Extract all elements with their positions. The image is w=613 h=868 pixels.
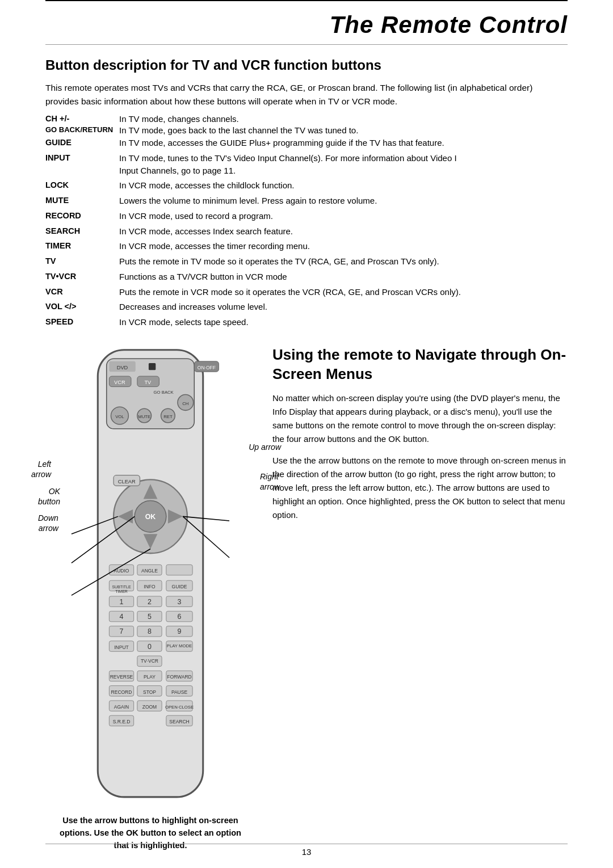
btn-desc-lock: In VCR mode, accesses the childlock func…	[119, 179, 568, 192]
svg-text:6: 6	[178, 613, 182, 621]
svg-text:1: 1	[120, 598, 124, 606]
svg-text:DVD: DVD	[117, 365, 128, 370]
svg-text:ON·OFF: ON·OFF	[198, 365, 216, 370]
svg-text:INFO: INFO	[144, 584, 156, 589]
nav-section-title: Using the remote to Navigate through On-…	[272, 345, 568, 384]
svg-text:OPEN·CLOSE: OPEN·CLOSE	[165, 705, 194, 710]
btn-desc-vol: Decreases and increases volume level.	[119, 301, 568, 313]
bottom-section: DVD ON·OFF VCR TV GO BACK VOL	[45, 345, 568, 852]
btn-name-input: INPUT	[45, 152, 119, 177]
remote-wrapper: DVD ON·OFF VCR TV GO BACK VOL	[54, 345, 247, 804]
btn-name-tvvcr: TV•VCR	[45, 271, 119, 283]
svg-text:CLEAR: CLEAR	[118, 478, 136, 484]
btn-name-guide: GUIDE	[45, 137, 119, 149]
svg-text:STOP: STOP	[143, 689, 156, 694]
section1-title: Button description for TV and VCR functi…	[45, 57, 568, 73]
btn-desc-timer: In VCR mode, accesses the timer recordin…	[119, 240, 568, 252]
svg-text:ZOOM: ZOOM	[142, 704, 157, 710]
btn-item-record: RECORD In VCR mode, used to record a pro…	[45, 210, 568, 222]
page-title: The Remote Control	[45, 1, 568, 44]
ch-item-goback: GO BACK/RETURN In TV mode, goes back to …	[45, 125, 568, 135]
up-arrow-label: Up arrow	[249, 442, 281, 452]
svg-text:VOL: VOL	[115, 414, 124, 419]
svg-text:OK: OK	[145, 513, 156, 521]
page: The Remote Control Button description fo…	[0, 0, 613, 868]
btn-item-search: SEARCH In VCR mode, accesses Index searc…	[45, 225, 568, 238]
svg-text:S.R.E.D: S.R.E.D	[113, 719, 131, 724]
btn-item-mute: MUTE Lowers the volume to minimum level.…	[45, 195, 568, 207]
btn-item-vcr: VCR Puts the remote in VCR mode so it op…	[45, 286, 568, 298]
svg-text:PLAY: PLAY	[144, 674, 156, 680]
svg-text:AGAIN: AGAIN	[114, 704, 129, 710]
svg-text:RET: RET	[163, 414, 173, 419]
btn-item-guide: GUIDE In TV mode, accesses the GUIDE Plu…	[45, 137, 568, 149]
svg-text:9: 9	[178, 627, 182, 635]
svg-text:GO BACK: GO BACK	[154, 390, 174, 395]
nav-para2: Use the the arrow buttons on the remote …	[272, 454, 568, 522]
svg-text:TIMER: TIMER	[115, 589, 128, 593]
btn-desc-tvvcr: Functions as a TV/VCR button in VCR mode	[119, 271, 568, 283]
svg-text:TV: TV	[144, 380, 152, 385]
btn-desc-speed: In VCR mode, selects tape speed.	[119, 316, 568, 328]
btn-name-timer: TIMER	[45, 240, 119, 252]
svg-rect-33	[166, 564, 192, 575]
btn-name-vcr: VCR	[45, 286, 119, 298]
btn-item-speed: SPEED In VCR mode, selects tape speed.	[45, 316, 568, 328]
svg-text:TV·VCR: TV·VCR	[141, 658, 158, 664]
svg-text:FORWARD: FORWARD	[167, 674, 191, 680]
svg-text:7: 7	[120, 627, 124, 635]
remote-caption: Use the arrow buttons to highlight on-sc…	[54, 815, 247, 852]
btn-desc-tv: Puts the remote in TV mode so it operate…	[119, 255, 568, 268]
svg-text:0: 0	[148, 643, 152, 651]
btn-item-timer: TIMER In VCR mode, accesses the timer re…	[45, 240, 568, 252]
btn-desc-ch: In TV mode, changes channels.	[119, 114, 239, 124]
btn-item-tv: TV Puts the remote in TV mode so it oper…	[45, 255, 568, 268]
btn-item-lock: LOCK In VCR mode, accesses the childlock…	[45, 179, 568, 192]
btn-name-goback: GO BACK/RETURN	[45, 125, 119, 135]
remote-image: DVD ON·OFF VCR TV GO BACK VOL	[54, 345, 247, 802]
btn-name-ch: CH +/-	[45, 114, 119, 124]
svg-text:3: 3	[178, 598, 182, 606]
left-arrow-label: Leftarrow	[31, 459, 51, 479]
btn-desc-vcr: Puts the remote in VCR mode so it operat…	[119, 286, 568, 298]
svg-text:INPUT: INPUT	[114, 644, 128, 650]
svg-text:PLAY MODE: PLAY MODE	[167, 643, 192, 648]
down-arrow-label: Downarrow	[38, 513, 58, 533]
btn-desc-input: In TV mode, tunes to the TV's Video Inpu…	[119, 152, 568, 177]
svg-text:SUBTITLE: SUBTITLE	[112, 585, 131, 589]
svg-text:MUTE: MUTE	[138, 414, 150, 419]
btn-name-speed: SPEED	[45, 316, 119, 328]
btn-name-record: RECORD	[45, 210, 119, 222]
btn-desc-goback: In TV mode, goes back to the last channe…	[119, 125, 358, 135]
nav-para1: No matter which on-screen display you're…	[272, 391, 568, 446]
title-rule	[45, 44, 568, 45]
right-column: Using the remote to Navigate through On-…	[272, 345, 568, 530]
btn-name-tv: TV	[45, 255, 119, 268]
svg-text:2: 2	[148, 598, 152, 606]
btn-name-mute: MUTE	[45, 195, 119, 207]
svg-text:CH: CH	[182, 401, 188, 406]
svg-text:REVERSE: REVERSE	[110, 674, 133, 680]
right-arrow-label: Rightarrow	[260, 471, 280, 492]
svg-text:4: 4	[120, 613, 124, 621]
ok-button-label: OKbutton	[38, 486, 60, 507]
ch-item-ch: CH +/- In TV mode, changes channels.	[45, 114, 568, 124]
btn-name-lock: LOCK	[45, 179, 119, 192]
bottom-rule	[45, 844, 568, 844]
svg-text:ANGLE: ANGLE	[141, 568, 158, 574]
btn-item-input: INPUT In TV mode, tunes to the TV's Vide…	[45, 152, 568, 177]
svg-text:VCR: VCR	[114, 380, 125, 385]
svg-text:8: 8	[148, 627, 152, 635]
btn-item-tvvcr: TV•VCR Functions as a TV/VCR button in V…	[45, 271, 568, 283]
intro-text: This remote operates most TVs and VCRs t…	[45, 81, 568, 108]
svg-text:RECORD: RECORD	[111, 689, 132, 694]
svg-text:5: 5	[148, 613, 152, 621]
svg-rect-10	[149, 363, 156, 370]
btn-desc-guide: In TV mode, accesses the GUIDE Plus+ pro…	[119, 137, 568, 149]
svg-text:GUIDE: GUIDE	[172, 584, 187, 589]
left-column: DVD ON·OFF VCR TV GO BACK VOL	[45, 345, 255, 852]
btn-desc-search: In VCR mode, accesses Index search featu…	[119, 225, 568, 238]
btn-item-vol: VOL </> Decreases and increases volume l…	[45, 301, 568, 313]
svg-text:PAUSE: PAUSE	[171, 689, 187, 694]
btn-desc-record: In VCR mode, used to record a program.	[119, 210, 568, 222]
